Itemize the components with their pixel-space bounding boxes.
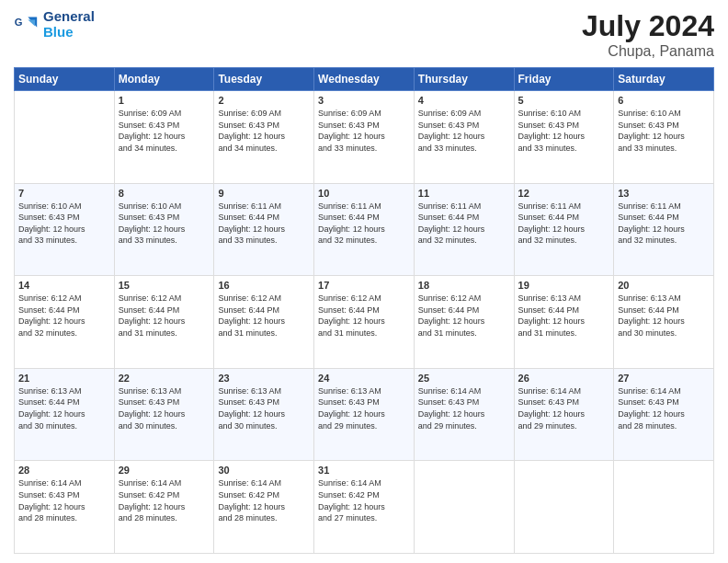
day-info: Sunrise: 6:10 AM Sunset: 6:43 PM Dayligh… — [618, 108, 710, 154]
calendar-cell: 24Sunrise: 6:13 AM Sunset: 6:43 PM Dayli… — [314, 368, 415, 461]
calendar-cell: 4Sunrise: 6:09 AM Sunset: 6:43 PM Daylig… — [414, 91, 514, 184]
day-number: 19 — [518, 280, 610, 291]
calendar-cell: 1Sunrise: 6:09 AM Sunset: 6:43 PM Daylig… — [114, 91, 214, 184]
calendar-cell: 2Sunrise: 6:09 AM Sunset: 6:43 PM Daylig… — [214, 91, 314, 184]
day-number: 13 — [618, 188, 710, 199]
day-number: 26 — [518, 373, 610, 384]
day-number: 6 — [618, 95, 710, 106]
calendar-cell — [514, 461, 614, 554]
svg-marker-3 — [28, 19, 35, 26]
day-header-monday: Monday — [114, 68, 214, 91]
calendar-header-row: SundayMondayTuesdayWednesdayThursdayFrid… — [15, 68, 714, 91]
day-number: 21 — [18, 373, 110, 384]
day-info: Sunrise: 6:14 AM Sunset: 6:43 PM Dayligh… — [518, 385, 610, 431]
day-number: 10 — [318, 188, 410, 199]
day-info: Sunrise: 6:11 AM Sunset: 6:44 PM Dayligh… — [518, 201, 610, 247]
calendar-week-2: 7Sunrise: 6:10 AM Sunset: 6:43 PM Daylig… — [15, 183, 714, 276]
day-info: Sunrise: 6:12 AM Sunset: 6:44 PM Dayligh… — [418, 293, 510, 339]
day-number: 7 — [18, 188, 110, 199]
day-number: 2 — [218, 95, 310, 106]
day-number: 3 — [318, 95, 410, 106]
day-number: 22 — [119, 373, 210, 384]
day-number: 25 — [418, 373, 510, 384]
calendar-cell — [15, 91, 115, 184]
day-number: 12 — [518, 188, 610, 199]
day-info: Sunrise: 6:14 AM Sunset: 6:43 PM Dayligh… — [18, 477, 110, 523]
calendar-week-1: 1Sunrise: 6:09 AM Sunset: 6:43 PM Daylig… — [15, 91, 714, 184]
calendar-cell: 16Sunrise: 6:12 AM Sunset: 6:44 PM Dayli… — [214, 276, 314, 369]
calendar-cell: 31Sunrise: 6:14 AM Sunset: 6:42 PM Dayli… — [314, 461, 415, 554]
day-info: Sunrise: 6:09 AM Sunset: 6:43 PM Dayligh… — [119, 108, 210, 154]
day-info: Sunrise: 6:11 AM Sunset: 6:44 PM Dayligh… — [218, 201, 310, 247]
day-number: 16 — [218, 280, 310, 291]
calendar-cell — [614, 461, 714, 554]
day-number: 14 — [18, 280, 110, 291]
day-info: Sunrise: 6:14 AM Sunset: 6:43 PM Dayligh… — [618, 385, 710, 431]
day-number: 24 — [318, 373, 410, 384]
calendar-cell: 3Sunrise: 6:09 AM Sunset: 6:43 PM Daylig… — [314, 91, 415, 184]
day-info: Sunrise: 6:12 AM Sunset: 6:44 PM Dayligh… — [18, 293, 110, 339]
calendar-cell: 12Sunrise: 6:11 AM Sunset: 6:44 PM Dayli… — [514, 183, 614, 276]
day-number: 18 — [418, 280, 510, 291]
day-number: 11 — [418, 188, 510, 199]
day-info: Sunrise: 6:13 AM Sunset: 6:44 PM Dayligh… — [618, 293, 710, 339]
day-number: 15 — [119, 280, 210, 291]
day-number: 23 — [218, 373, 310, 384]
day-info: Sunrise: 6:14 AM Sunset: 6:42 PM Dayligh… — [119, 477, 210, 523]
day-number: 27 — [618, 373, 710, 384]
day-info: Sunrise: 6:09 AM Sunset: 6:43 PM Dayligh… — [418, 108, 510, 154]
location: Chupa, Panama — [582, 43, 714, 60]
calendar-cell: 18Sunrise: 6:12 AM Sunset: 6:44 PM Dayli… — [414, 276, 514, 369]
day-info: Sunrise: 6:11 AM Sunset: 6:44 PM Dayligh… — [418, 201, 510, 247]
calendar-cell: 14Sunrise: 6:12 AM Sunset: 6:44 PM Dayli… — [15, 276, 115, 369]
calendar-cell: 20Sunrise: 6:13 AM Sunset: 6:44 PM Dayli… — [614, 276, 714, 369]
calendar-cell: 6Sunrise: 6:10 AM Sunset: 6:43 PM Daylig… — [614, 91, 714, 184]
calendar-cell: 5Sunrise: 6:10 AM Sunset: 6:43 PM Daylig… — [514, 91, 614, 184]
day-info: Sunrise: 6:10 AM Sunset: 6:43 PM Dayligh… — [18, 201, 110, 247]
day-info: Sunrise: 6:12 AM Sunset: 6:44 PM Dayligh… — [218, 293, 310, 339]
day-info: Sunrise: 6:14 AM Sunset: 6:42 PM Dayligh… — [318, 477, 410, 523]
day-number: 4 — [418, 95, 510, 106]
calendar-cell: 21Sunrise: 6:13 AM Sunset: 6:44 PM Dayli… — [15, 368, 115, 461]
calendar-cell: 28Sunrise: 6:14 AM Sunset: 6:43 PM Dayli… — [15, 461, 115, 554]
logo: G General Blue — [14, 9, 95, 40]
day-number: 17 — [318, 280, 410, 291]
calendar-cell: 23Sunrise: 6:13 AM Sunset: 6:43 PM Dayli… — [214, 368, 314, 461]
day-info: Sunrise: 6:14 AM Sunset: 6:43 PM Dayligh… — [418, 385, 510, 431]
day-number: 9 — [218, 188, 310, 199]
day-info: Sunrise: 6:10 AM Sunset: 6:43 PM Dayligh… — [119, 201, 210, 247]
calendar-week-5: 28Sunrise: 6:14 AM Sunset: 6:43 PM Dayli… — [15, 461, 714, 554]
calendar-cell: 25Sunrise: 6:14 AM Sunset: 6:43 PM Dayli… — [414, 368, 514, 461]
day-info: Sunrise: 6:12 AM Sunset: 6:44 PM Dayligh… — [119, 293, 210, 339]
calendar-week-3: 14Sunrise: 6:12 AM Sunset: 6:44 PM Dayli… — [15, 276, 714, 369]
day-info: Sunrise: 6:11 AM Sunset: 6:44 PM Dayligh… — [318, 201, 410, 247]
day-info: Sunrise: 6:10 AM Sunset: 6:43 PM Dayligh… — [518, 108, 610, 154]
day-number: 31 — [318, 465, 410, 476]
svg-text:G: G — [15, 17, 23, 28]
month-title: July 2024 — [582, 9, 714, 43]
calendar-cell: 27Sunrise: 6:14 AM Sunset: 6:43 PM Dayli… — [614, 368, 714, 461]
day-info: Sunrise: 6:13 AM Sunset: 6:43 PM Dayligh… — [318, 385, 410, 431]
calendar-cell: 7Sunrise: 6:10 AM Sunset: 6:43 PM Daylig… — [15, 183, 115, 276]
logo-text: General Blue — [43, 9, 95, 40]
calendar-cell: 11Sunrise: 6:11 AM Sunset: 6:44 PM Dayli… — [414, 183, 514, 276]
day-number: 8 — [119, 188, 210, 199]
day-header-wednesday: Wednesday — [314, 68, 415, 91]
day-number: 30 — [218, 465, 310, 476]
day-info: Sunrise: 6:13 AM Sunset: 6:43 PM Dayligh… — [218, 385, 310, 431]
page-header: G General Blue July 2024 Chupa, Panama — [14, 9, 714, 60]
calendar-cell: 13Sunrise: 6:11 AM Sunset: 6:44 PM Dayli… — [614, 183, 714, 276]
calendar-cell — [414, 461, 514, 554]
calendar-cell: 9Sunrise: 6:11 AM Sunset: 6:44 PM Daylig… — [214, 183, 314, 276]
calendar-cell: 26Sunrise: 6:14 AM Sunset: 6:43 PM Dayli… — [514, 368, 614, 461]
calendar-cell: 30Sunrise: 6:14 AM Sunset: 6:42 PM Dayli… — [214, 461, 314, 554]
title-block: July 2024 Chupa, Panama — [582, 9, 714, 60]
day-number: 29 — [119, 465, 210, 476]
day-number: 5 — [518, 95, 610, 106]
day-info: Sunrise: 6:11 AM Sunset: 6:44 PM Dayligh… — [618, 201, 710, 247]
day-number: 20 — [618, 280, 710, 291]
day-header-thursday: Thursday — [414, 68, 514, 91]
day-info: Sunrise: 6:13 AM Sunset: 6:44 PM Dayligh… — [518, 293, 610, 339]
day-info: Sunrise: 6:09 AM Sunset: 6:43 PM Dayligh… — [318, 108, 410, 154]
calendar-cell: 19Sunrise: 6:13 AM Sunset: 6:44 PM Dayli… — [514, 276, 614, 369]
